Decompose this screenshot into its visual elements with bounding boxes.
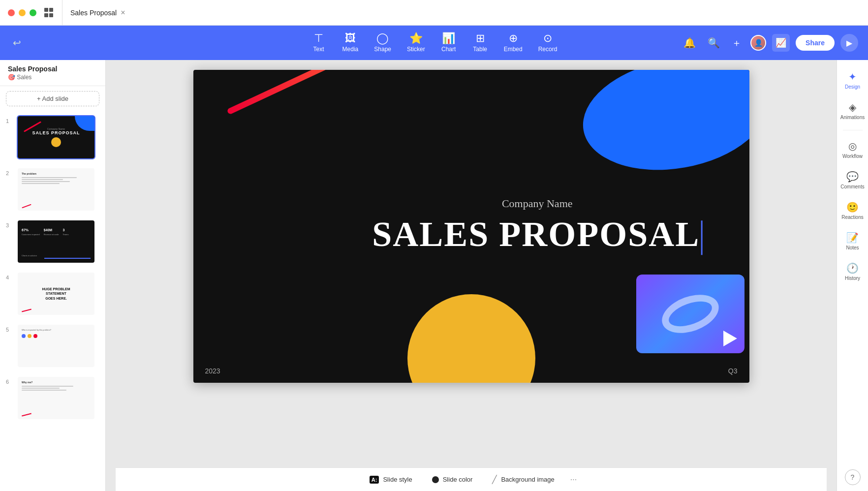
table-tool-button[interactable]: ⊞ Table [465, 30, 495, 56]
bottom-bar: A: Slide style Slide color ╱ Background … [116, 467, 827, 491]
notes-icon: 📝 [846, 232, 859, 244]
history-icon: 🕐 [846, 262, 859, 274]
animations-label: Animations [840, 115, 865, 120]
sticker-icon: ⭐ [409, 33, 423, 44]
list-item[interactable]: 4 HUGE PROBLEMSTATEMENTGOES HERE. [4, 270, 101, 318]
chart-tool-button[interactable]: 📊 Chart [434, 30, 464, 56]
search-button[interactable]: 🔍 [705, 35, 723, 51]
media-icon: 🖼 [345, 33, 356, 44]
slide-year: 2023 [205, 367, 220, 375]
yellow-circle [407, 294, 535, 383]
slide-number: 4 [6, 275, 13, 280]
list-item[interactable]: 6 Why me? [4, 374, 101, 422]
slide-thumbnail[interactable]: Company Name SALES PROPOSAL [17, 115, 95, 159]
history-label: History [845, 276, 860, 281]
animations-icon: ◈ [849, 101, 856, 113]
slide-number: 6 [6, 379, 13, 385]
shape-icon: ◯ [376, 33, 389, 44]
color-dot-icon [432, 476, 439, 483]
sticker[interactable] [636, 275, 744, 353]
sticker-tool-button[interactable]: ⭐ Sticker [400, 30, 432, 56]
embed-tool-label: Embed [504, 46, 523, 53]
grid-icon[interactable] [44, 8, 54, 18]
tab-close-button[interactable]: × [121, 8, 125, 17]
design-icon: ✦ [848, 71, 857, 83]
slide-color-item[interactable]: Slide color [428, 474, 477, 485]
text-cursor [701, 221, 702, 255]
notification-button[interactable]: 🔔 [681, 35, 699, 51]
media-tool-label: Media [342, 46, 359, 53]
toolbar-right: 🔔 🔍 ＋ 👤 📈 Share ▶ [681, 34, 858, 52]
help-button[interactable]: ? [845, 469, 861, 485]
embed-tool-button[interactable]: ⊕ Embed [497, 30, 529, 56]
reactions-icon: 🙂 [846, 201, 859, 213]
text-icon: ⊤ [314, 33, 323, 44]
top-bar: Sales Proposal × [0, 0, 868, 26]
slide-thumbnail[interactable]: Who is impacted by this problem? [17, 324, 95, 368]
slide-canvas[interactable]: Company Name SALES PROPOSAL 2023 Q3 [193, 70, 749, 383]
slide-number: 1 [6, 118, 13, 124]
chart-icon: 📊 [442, 33, 455, 44]
play-button[interactable]: ▶ [840, 34, 858, 52]
breadcrumb-subtitle: 🎯 Sales [8, 74, 97, 81]
slide-thumbnail[interactable]: 67% Customers impacted $40M Revenue at s… [17, 219, 95, 264]
red-line [226, 70, 354, 115]
background-image-item[interactable]: ╱ Background image [488, 473, 558, 486]
table-icon: ⊞ [476, 33, 485, 44]
comments-button[interactable]: 💬 Comments [839, 166, 867, 194]
close-dot[interactable] [8, 9, 15, 16]
avatar[interactable]: 👤 [750, 35, 766, 51]
design-label: Design [845, 84, 860, 90]
text-tool-label: Text [313, 46, 324, 53]
right-panel: ✦ Design ◈ Animations ◎ Workflow 💬 Comme… [837, 60, 868, 491]
more-options-button[interactable]: ··· [570, 475, 577, 484]
add-slide-button[interactable]: + Add slide [6, 91, 99, 106]
list-item[interactable]: 5 Who is impacted by this problem? [4, 322, 101, 370]
list-item[interactable]: 2 The problem [4, 165, 101, 214]
comments-icon: 💬 [846, 171, 859, 183]
tab-title: Sales Proposal [70, 9, 117, 17]
record-tool-label: Record [538, 46, 558, 53]
maximize-dot[interactable] [30, 9, 36, 16]
animations-button[interactable]: ◈ Animations [839, 96, 867, 125]
slide-quarter: Q3 [728, 367, 738, 375]
comments-label: Comments [840, 184, 864, 189]
minimize-dot[interactable] [19, 9, 26, 16]
shape-tool-button[interactable]: ◯ Shape [367, 30, 398, 56]
chart-tool-label: Chart [441, 46, 456, 53]
notes-label: Notes [846, 245, 859, 250]
tab[interactable]: Sales Proposal × [62, 0, 133, 25]
slide-text-area: Company Name SALES PROPOSAL [372, 197, 702, 255]
notes-button[interactable]: 📝 Notes [839, 227, 867, 255]
share-button[interactable]: Share [796, 35, 835, 51]
breadcrumb-title: Sales Proposal [8, 65, 97, 73]
undo-button[interactable]: ↩ [10, 34, 24, 52]
add-button[interactable]: ＋ [729, 34, 744, 52]
reactions-button[interactable]: 🙂 Reactions [839, 196, 867, 225]
record-icon: ⊙ [543, 33, 552, 44]
slide-thumbnail[interactable]: Why me? [17, 376, 95, 420]
right-divider [843, 130, 863, 130]
slide-color-label: Slide color [443, 476, 473, 483]
analytics-button[interactable]: 📈 [772, 34, 790, 52]
text-tool-button[interactable]: ⊤ Text [304, 30, 334, 56]
slide-style-item[interactable]: A: Slide style [366, 474, 416, 486]
list-item[interactable]: 1 Company Name SALES PROPOSAL [4, 113, 101, 161]
slide-thumbnail[interactable]: HUGE PROBLEMSTATEMENTGOES HERE. [17, 272, 95, 316]
media-tool-button[interactable]: 🖼 Media [336, 30, 366, 56]
slide-thumbnail[interactable]: The problem [17, 167, 95, 212]
slide-number: 3 [6, 222, 13, 228]
record-tool-button[interactable]: ⊙ Record [531, 30, 564, 56]
list-item[interactable]: 3 67% Customers impacted $40M Revenue at… [4, 217, 101, 266]
toolbar: ↩ ⊤ Text 🖼 Media ◯ Shape ⭐ Sticker 📊 Cha… [0, 26, 868, 60]
slide-number: 5 [6, 327, 13, 333]
workflow-button[interactable]: ◎ Workflow [839, 135, 867, 164]
design-button[interactable]: ✦ Design [839, 66, 867, 94]
history-button[interactable]: 🕐 History [839, 257, 867, 286]
slide-style-icon: A: [370, 476, 379, 484]
left-panel: Sales Proposal 🎯 Sales + Add slide 1 Com… [0, 60, 106, 491]
slash-icon: ╱ [492, 475, 497, 484]
window-controls [0, 0, 62, 25]
canvas-area: Company Name SALES PROPOSAL 2023 Q3 A: S… [106, 60, 837, 491]
slide-title-text: SALES PROPOSAL [372, 214, 702, 255]
